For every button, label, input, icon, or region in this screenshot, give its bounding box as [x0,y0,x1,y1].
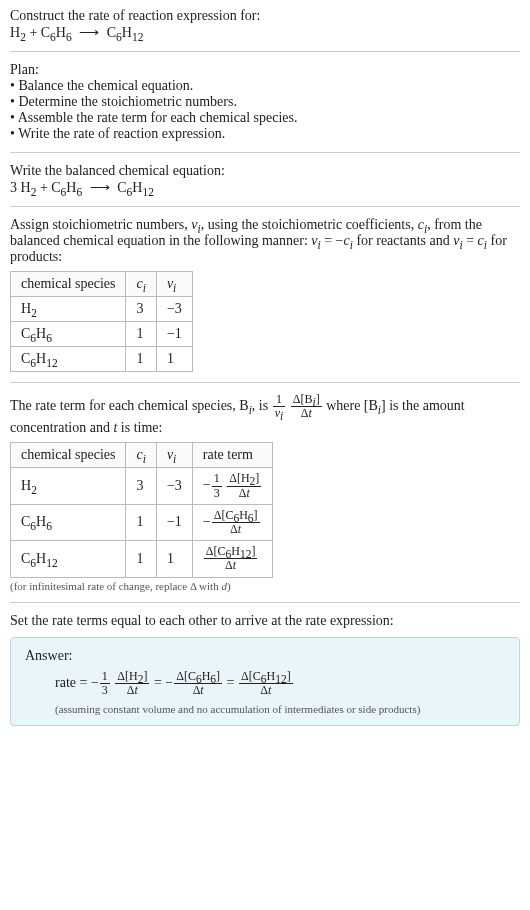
divider [10,206,520,207]
cell-species: H2 [11,297,126,322]
cell-vi: 1 [156,347,192,372]
table-row: C6H6 1 −1 −Δ[C6H6]Δt [11,504,273,540]
stoich-section: Assign stoichiometric numbers, νi, using… [10,217,520,372]
cell-species: H2 [11,468,126,504]
table-row: C6H12 1 1 [11,347,193,372]
cell-species: C6H12 [11,347,126,372]
construct-equation: H2 + C6H6 ⟶ C6H12 [10,24,520,41]
table-row: H2 3 −3 −13 Δ[H2]Δt [11,468,273,504]
rateterm-intro: The rate term for each chemical species,… [10,393,520,436]
plan-item: • Write the rate of reaction expression. [10,126,520,142]
balance-equation: 3 H2 + C6H6 ⟶ C6H12 [10,179,520,196]
cell-rate: −Δ[C6H6]Δt [192,504,273,540]
plan-section: Plan: • Balance the chemical equation. •… [10,62,520,142]
cell-rate: −13 Δ[H2]Δt [192,468,273,504]
table-row: C6H12 1 1 Δ[C6H12]Δt [11,541,273,577]
th-rate: rate term [192,443,273,468]
cell-ci: 3 [126,297,156,322]
stoich-table: chemical species ci νi H2 3 −3 C6H6 1 −1… [10,271,193,372]
rateterm-table: chemical species ci νi rate term H2 3 −3… [10,442,273,577]
intro-frac-group: 1νi Δ[Bi]Δt [272,398,323,413]
stoich-intro: Assign stoichiometric numbers, νi, using… [10,217,520,265]
cell-rate: Δ[C6H12]Δt [192,541,273,577]
answer-rate: rate = −13 Δ[H2]Δt = −Δ[C6H6]Δt = Δ[C6H1… [55,670,505,697]
cell-species: C6H12 [11,541,126,577]
intro-text: where [B [323,398,378,413]
cell-ci: 1 [126,322,156,347]
cell-vi: 1 [156,541,192,577]
cell-vi: −3 [156,468,192,504]
intro-text: The rate term for each chemical species,… [10,398,249,413]
setequal-title: Set the rate terms equal to each other t… [10,613,520,629]
th-ci: ci [126,443,156,468]
balance-section: Write the balanced chemical equation: 3 … [10,163,520,196]
answer-note: (assuming constant volume and no accumul… [55,703,505,715]
th-species: chemical species [11,272,126,297]
cell-species: C6H6 [11,322,126,347]
plan-item: • Balance the chemical equation. [10,78,520,94]
cell-vi: −1 [156,322,192,347]
frac-1-over-vi: 1νi [273,393,286,420]
rateterm-note: (for infinitesimal rate of change, repla… [10,580,520,592]
intro-text: is time: [117,420,162,435]
divider [10,152,520,153]
cell-vi: −1 [156,504,192,540]
rateterm-section: The rate term for each chemical species,… [10,393,520,592]
cell-vi: −3 [156,297,192,322]
answer-box: Answer: rate = −13 Δ[H2]Δt = −Δ[C6H6]Δt … [10,637,520,726]
intro-text: , is [252,398,272,413]
plan-item: • Determine the stoichiometric numbers. [10,94,520,110]
cell-ci: 1 [126,504,156,540]
plan-title: Plan: [10,62,520,78]
construct-section: Construct the rate of reaction expressio… [10,8,520,41]
cell-species: C6H6 [11,504,126,540]
cell-ci: 1 [126,347,156,372]
divider [10,51,520,52]
divider [10,382,520,383]
th-vi: νi [156,443,192,468]
balance-title: Write the balanced chemical equation: [10,163,520,179]
answer-label: Answer: [25,648,505,664]
table-header-row: chemical species ci νi [11,272,193,297]
construct-title: Construct the rate of reaction expressio… [10,8,520,24]
table-row: C6H6 1 −1 [11,322,193,347]
divider [10,602,520,603]
table-row: H2 3 −3 [11,297,193,322]
plan-item: • Assemble the rate term for each chemic… [10,110,520,126]
cell-ci: 1 [126,541,156,577]
table-header-row: chemical species ci νi rate term [11,443,273,468]
th-species: chemical species [11,443,126,468]
frac-dbi-dt: Δ[Bi]Δt [291,393,322,420]
th-vi: νi [156,272,192,297]
setequal-section: Set the rate terms equal to each other t… [10,613,520,726]
th-ci: ci [126,272,156,297]
cell-ci: 3 [126,468,156,504]
